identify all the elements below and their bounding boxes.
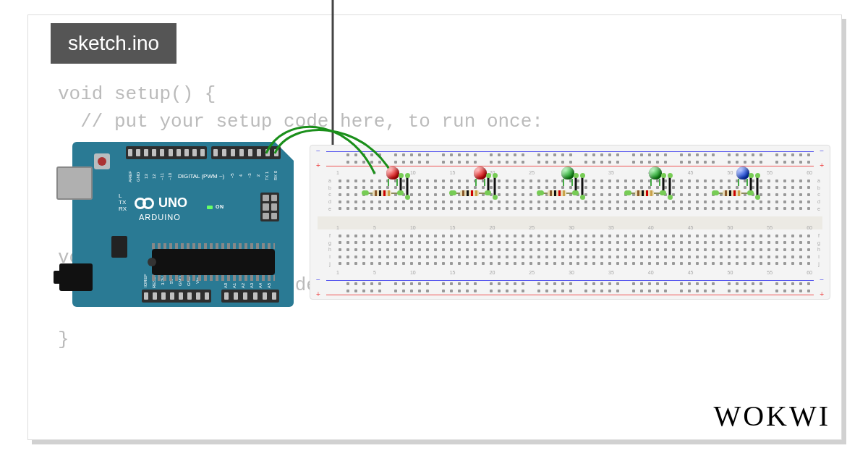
connection-point: [661, 173, 666, 178]
connection-point: [486, 173, 491, 178]
led-blue[interactable]: [736, 166, 750, 182]
top-plus-label-r: +: [820, 161, 824, 169]
connection-point: [493, 173, 498, 178]
analog-pins-labels: A0A1A2A3A4A5: [224, 283, 276, 288]
analog-header[interactable]: [221, 290, 279, 303]
bot-minus-label: −: [316, 276, 320, 284]
row-letters-bot-left: fghij: [326, 232, 333, 267]
power-header[interactable]: [142, 290, 211, 303]
connection-point: [626, 190, 631, 195]
resistor[interactable]: [540, 190, 574, 196]
connection-point: [668, 195, 673, 200]
led-green[interactable]: [561, 166, 575, 182]
column-numbers-mid: 151015202530354045505560: [336, 225, 812, 230]
file-tab[interactable]: sketch.ino: [51, 23, 176, 64]
top-minus-label-r: −: [820, 147, 824, 155]
connection-point: [661, 190, 666, 195]
digital-header-2[interactable]: [211, 146, 281, 159]
top-rail-holes-1: [336, 153, 812, 157]
code-line: void setup() {: [58, 83, 216, 105]
resistor[interactable]: [627, 190, 662, 196]
top-plus-label: +: [316, 161, 320, 169]
connection-point: [574, 190, 579, 195]
l-led-label: L: [119, 193, 127, 199]
connection-point: [405, 173, 410, 178]
row-letters-top-right: abcde: [815, 177, 822, 212]
usb-port: [56, 166, 93, 200]
connection-point: [493, 195, 498, 200]
bot-plus-label-r: +: [820, 290, 824, 298]
row-letters-bot-right: fghij: [815, 232, 822, 267]
led-green[interactable]: [648, 166, 663, 182]
led-red[interactable]: [386, 166, 400, 182]
bot-rail-holes-1: [336, 282, 812, 286]
resistor[interactable]: [715, 190, 749, 196]
icsp-header: [260, 193, 279, 221]
board-brand-label: ARDUINO: [139, 213, 181, 221]
terminal-strip-bottom: [336, 232, 812, 267]
connection-point: [574, 173, 579, 178]
infinity-icon: [135, 198, 154, 209]
board-model-label: UNO: [158, 195, 187, 211]
led-red[interactable]: [473, 166, 488, 182]
connection-point: [399, 173, 404, 178]
on-led-label: ON: [216, 204, 224, 209]
connection-point: [749, 173, 754, 178]
file-tab-label: sketch.ino: [68, 32, 159, 54]
bot-plus-label: +: [316, 290, 320, 298]
connection-point: [668, 173, 673, 178]
rx-led-label: RX: [119, 206, 127, 212]
on-led: [207, 206, 213, 209]
tx-led-label: TX: [119, 199, 127, 206]
connection-point: [755, 173, 760, 178]
code-line: }: [58, 329, 69, 350]
bot-rail-holes-2: [336, 289, 812, 293]
top-minus-label: −: [316, 147, 320, 155]
connection-point: [580, 173, 585, 178]
connection-point: [364, 190, 369, 195]
bot-rail-neg-line: [326, 280, 814, 281]
top-rail-neg-line: [326, 151, 814, 152]
bot-rail-pos-line: [326, 295, 814, 295]
connection-point: [749, 190, 754, 195]
connection-point: [714, 190, 719, 195]
indicator-labels: L TX RX: [119, 193, 127, 212]
connection-point: [580, 195, 585, 200]
reset-button[interactable]: [94, 153, 110, 169]
barrel-jack: [59, 263, 93, 291]
top-rail-holes-2: [336, 160, 812, 164]
connection-point: [405, 195, 410, 200]
row-letters-top-left: abcde: [326, 177, 333, 212]
digital-header-1[interactable]: [126, 146, 207, 159]
connection-point: [451, 190, 456, 195]
board-logo: UNO: [135, 195, 187, 211]
resistor[interactable]: [365, 190, 399, 196]
atmega-chip: [152, 249, 275, 275]
code-line: // put your setup code here, to run once…: [58, 111, 543, 132]
arduino-uno-board[interactable]: AREFGND1312~11~10~98 7~6~54~32TX 1RX 0 I…: [72, 142, 294, 307]
digital-section-label: DIGITAL (PWM ~): [175, 172, 227, 180]
voltage-regulator: [111, 236, 127, 258]
connection-point: [755, 195, 760, 200]
column-numbers-bot: 151015202530354045505560: [336, 270, 812, 275]
connection-point: [486, 190, 491, 195]
bot-minus-label-r: −: [820, 276, 824, 284]
connection-point: [539, 190, 544, 195]
wokwi-logo: WOKWI: [713, 399, 830, 433]
connection-point: [399, 190, 404, 195]
wokwi-logo-text: WOKWI: [713, 400, 830, 432]
resistor[interactable]: [452, 190, 487, 196]
